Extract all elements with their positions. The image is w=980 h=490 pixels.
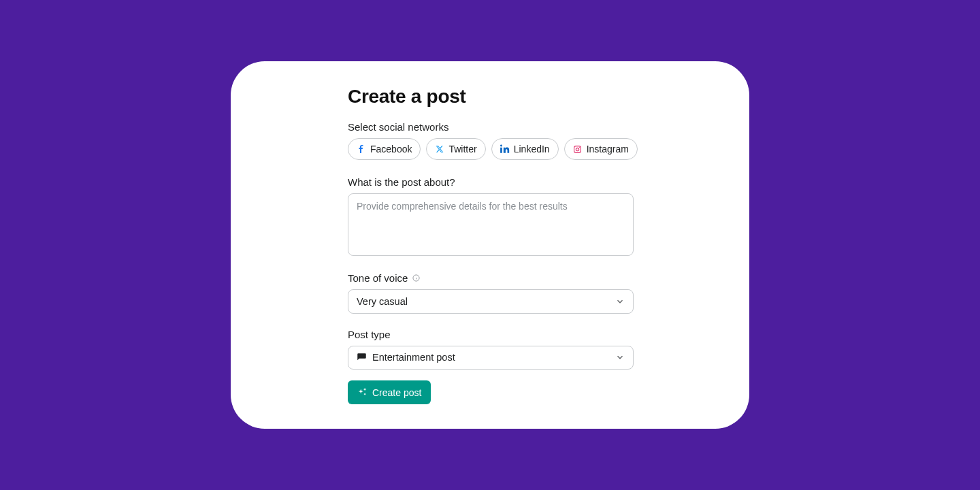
post-type-select[interactable]: Entertainment post xyxy=(348,346,634,370)
chip-linkedin[interactable]: LinkedIn xyxy=(491,138,559,160)
chip-twitter[interactable]: Twitter xyxy=(426,138,485,160)
twitter-icon xyxy=(435,144,444,154)
chip-instagram-label: Instagram xyxy=(587,143,629,155)
about-label: What is the post about? xyxy=(348,176,634,188)
page-title: Create a post xyxy=(348,86,634,108)
linkedin-icon xyxy=(500,144,510,154)
tone-select[interactable]: Very casual xyxy=(348,289,634,313)
chip-linkedin-label: LinkedIn xyxy=(514,143,550,155)
svg-point-1 xyxy=(576,148,578,150)
chevron-down-icon xyxy=(615,353,625,362)
post-type-selected: Entertainment post xyxy=(372,352,455,363)
info-icon xyxy=(412,274,420,282)
chip-twitter-label: Twitter xyxy=(448,143,476,155)
facebook-icon xyxy=(357,144,366,154)
sparkle-icon xyxy=(357,387,367,398)
chat-search-icon xyxy=(357,353,367,363)
networks-chips: Facebook Twitter LinkedIn Instagram xyxy=(348,138,634,160)
chevron-down-icon xyxy=(615,297,625,306)
chip-facebook-label: Facebook xyxy=(370,143,412,155)
tone-selected: Very casual xyxy=(357,296,408,307)
tone-label: Tone of voice xyxy=(348,272,634,284)
svg-rect-0 xyxy=(574,146,581,152)
create-post-button[interactable]: Create post xyxy=(348,380,431,404)
instagram-icon xyxy=(573,144,583,154)
create-post-button-label: Create post xyxy=(372,387,421,398)
tone-label-text: Tone of voice xyxy=(348,272,408,284)
networks-label: Select social networks xyxy=(348,121,634,133)
chip-facebook[interactable]: Facebook xyxy=(348,138,421,160)
chip-instagram[interactable]: Instagram xyxy=(564,138,638,160)
create-post-card: Create a post Select social networks Fac… xyxy=(231,61,749,429)
about-input[interactable] xyxy=(348,193,634,256)
post-type-label: Post type xyxy=(348,329,634,340)
svg-point-2 xyxy=(579,147,580,148)
